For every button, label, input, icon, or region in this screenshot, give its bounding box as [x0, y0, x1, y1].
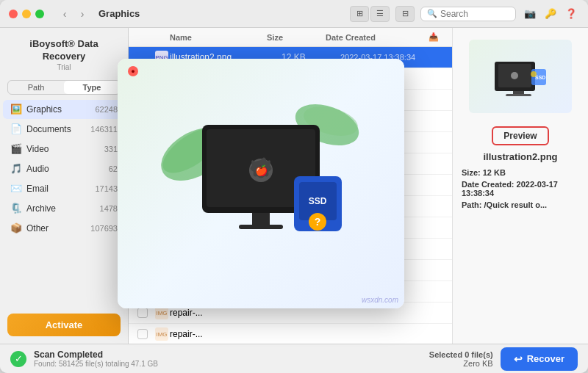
- documents-icon: 📄: [10, 123, 22, 135]
- svg-text:🍎: 🍎: [255, 164, 268, 177]
- sidebar-item-label: Email: [26, 184, 90, 194]
- thumbnail-image: SSD: [469, 40, 572, 113]
- selected-count-label: Selected 0 file(s): [429, 350, 493, 359]
- info-icon[interactable]: 🔑: [542, 6, 559, 22]
- titlebar: ‹ › Graphics ⊞ ☰ ⊟ 🔍 📷 🔑 ❓: [0, 0, 588, 28]
- sidebar-item-label: Video: [26, 144, 100, 154]
- app-trial-label: Trial: [9, 63, 119, 71]
- preview-button[interactable]: Preview: [492, 126, 548, 145]
- svg-rect-17: [239, 225, 283, 229]
- filter-button[interactable]: ⊟: [395, 6, 415, 22]
- titlebar-action-icons: 📷 🔑 ❓: [522, 6, 579, 22]
- sidebar-bottom: Activate: [0, 306, 128, 344]
- svg-rect-16: [252, 213, 270, 225]
- maximize-button[interactable]: [35, 10, 44, 18]
- popup-close-button[interactable]: ●: [128, 66, 138, 76]
- sidebar-item-label: Other: [26, 223, 86, 233]
- header-size: Size: [267, 33, 326, 42]
- search-box: 🔍: [420, 7, 516, 21]
- help-icon[interactable]: ❓: [563, 6, 579, 22]
- sidebar-item-count: 146311: [90, 125, 118, 134]
- close-button[interactable]: [9, 10, 18, 18]
- tab-path[interactable]: Path: [8, 81, 64, 94]
- view-toggle: ⊞ ☰: [350, 6, 390, 22]
- scan-detail-label: Found: 581425 file(s) totaling 47.1 GB: [34, 360, 422, 368]
- watermark: wsxdn.com: [362, 296, 398, 304]
- sidebar-item-label: Archive: [26, 203, 96, 214]
- path-type-tabs: Path Type: [7, 80, 121, 95]
- email-icon: ✉️: [10, 183, 22, 195]
- sidebar-item-count: 17143: [95, 184, 118, 193]
- preview-popup: ● 🍎 SSD ? wsxd: [118, 59, 404, 308]
- svg-point-4: [511, 72, 518, 79]
- svg-text:SSD: SSD: [309, 196, 327, 206]
- svg-rect-2: [513, 91, 524, 94]
- right-panel: SSD Preview illustration2.png Size: 12 K…: [452, 28, 588, 344]
- tab-type[interactable]: Type: [64, 81, 120, 94]
- back-button[interactable]: ‹: [57, 7, 72, 21]
- sidebar-item-count: 107693: [90, 224, 118, 233]
- search-icon: 🔍: [427, 9, 437, 18]
- bottom-bar: ✓ Scan Completed Found: 581425 file(s) t…: [0, 344, 588, 373]
- illustration-svg: 🍎 SSD ?: [151, 81, 371, 286]
- header-extra: 📥: [429, 32, 443, 42]
- activate-button[interactable]: Activate: [7, 314, 121, 336]
- sidebar-item-label: Audio: [26, 164, 104, 174]
- sidebar-header: iBoysoft® Data Recovery Trial: [0, 28, 128, 76]
- camera-icon[interactable]: 📷: [522, 6, 538, 22]
- header-date: Date Created: [326, 33, 429, 42]
- app-title: iBoysoft® Data Recovery: [9, 38, 119, 63]
- header-name: Name: [170, 33, 267, 42]
- svg-text:?: ?: [315, 216, 321, 228]
- forward-button[interactable]: ›: [75, 7, 90, 21]
- video-icon: 🎬: [10, 143, 22, 155]
- date-label: Date Created:: [462, 180, 514, 189]
- table-row[interactable]: IMG repair-...: [129, 324, 452, 344]
- checkbox[interactable]: [137, 308, 148, 318]
- file-name: repair-...: [170, 329, 282, 339]
- size-label: Size:: [462, 168, 481, 177]
- popup-illustration: 🍎 SSD ? wsxdn.com: [118, 59, 404, 308]
- sidebar-item-label: Documents: [26, 124, 86, 134]
- audio-icon: 🎵: [10, 163, 22, 175]
- sidebar-item-count: 331: [104, 145, 118, 153]
- archive-icon: 🗜️: [10, 203, 22, 214]
- thumbnail-svg: SSD: [484, 51, 557, 102]
- recover-label: Recover: [527, 353, 564, 364]
- sidebar-item-audio[interactable]: 🎵 Audio 62: [3, 159, 125, 178]
- svg-point-7: [531, 71, 537, 77]
- scan-complete-icon: ✓: [10, 351, 26, 367]
- size-value: 12 KB: [483, 168, 506, 177]
- minimize-button[interactable]: [22, 10, 31, 18]
- preview-thumbnail: SSD: [469, 40, 572, 113]
- svg-text:SSD: SSD: [535, 75, 545, 80]
- recover-button[interactable]: ↩ Recover: [501, 347, 578, 371]
- recover-icon: ↩: [514, 353, 523, 365]
- search-input[interactable]: [440, 9, 506, 19]
- sidebar-item-graphics[interactable]: 🖼️ Graphics 62248: [3, 100, 125, 119]
- sidebar-item-other[interactable]: 📦 Other 107693: [3, 219, 125, 238]
- selected-size-label: Zero KB: [429, 359, 493, 368]
- traffic-lights: [9, 10, 44, 18]
- sidebar-item-documents[interactable]: 📄 Documents 146311: [3, 120, 125, 139]
- list-view-button[interactable]: ☰: [370, 6, 390, 22]
- checkbox[interactable]: [137, 329, 148, 339]
- file-name: repair-...: [170, 308, 282, 318]
- scan-status-label: Scan Completed: [34, 350, 422, 360]
- scan-info: Scan Completed Found: 581425 file(s) tot…: [34, 350, 422, 368]
- sidebar-item-count: 62248: [95, 105, 118, 114]
- graphics-icon: 🖼️: [10, 104, 22, 115]
- sidebar: iBoysoft® Data Recovery Trial Path Type …: [0, 28, 129, 344]
- sidebar-item-email[interactable]: ✉️ Email 17143: [3, 179, 125, 198]
- sidebar-item-archive[interactable]: 🗜️ Archive 1478: [3, 199, 125, 218]
- window-title: Graphics: [98, 8, 140, 19]
- other-icon: 📦: [10, 222, 22, 234]
- sidebar-item-count: 1478: [100, 204, 118, 213]
- svg-rect-3: [506, 94, 531, 96]
- file-list-header: Name Size Date Created 📥: [129, 28, 452, 47]
- grid-view-button[interactable]: ⊞: [350, 6, 369, 22]
- path-label: Path:: [462, 200, 482, 209]
- file-detail-date: Date Created: 2022-03-17 13:38:34: [462, 180, 579, 198]
- sidebar-item-video[interactable]: 🎬 Video 331: [3, 140, 125, 159]
- sidebar-item-count: 62: [109, 164, 118, 173]
